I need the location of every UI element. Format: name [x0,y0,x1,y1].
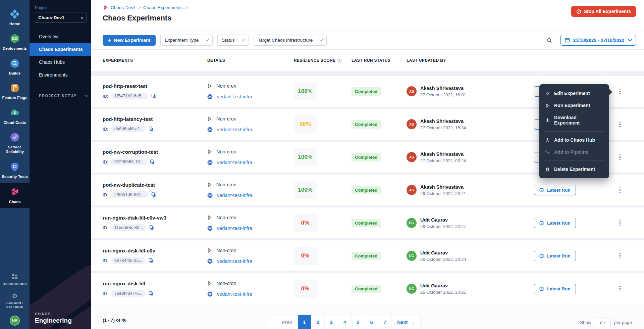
menu-item-delete-experiment[interactable]: Delete Experiment [539,163,609,175]
sidebar-item-chaos-hubs[interactable]: Chaos Hubs [30,56,91,68]
table-row[interactable]: run-nginx-disk-fill-c0v ID: 93784f05-35.… [91,240,644,271]
experiment-type-filter[interactable]: Experiment Type [160,35,213,46]
next-page-button[interactable]: Next → [392,315,420,329]
module-rail: Home Deployments Builds Feature Flags $ … [0,0,30,329]
col-header-last-run-status: LAST RUN STATUS [352,58,407,63]
copy-icon[interactable] [148,258,154,263]
page-number-button[interactable]: 7 [378,315,392,329]
id-label: ID: [103,159,108,164]
page-number-button[interactable]: 1 [298,315,311,329]
search-button[interactable] [544,35,555,46]
user-avatar[interactable]: NM [10,316,20,326]
rail-item-home[interactable]: Home [0,5,30,30]
menu-item-download-experiment[interactable]: Download Experiment [539,111,609,129]
row-menu-kebab-icon[interactable] [618,120,622,129]
infrastructure-link[interactable]: vedant-test-infra [217,127,252,132]
rail-item-cloud-costs[interactable]: $ Cloud Costs [0,104,30,129]
user-name: Akash Shrivastava [420,86,466,91]
arrow-left-icon: ← [274,320,279,325]
rail-item-feature-flags[interactable]: Feature Flags [0,79,30,104]
expand-project-icon[interactable]: » [80,15,83,20]
copy-icon[interactable] [148,126,154,132]
page-number-button[interactable]: 6 [365,315,378,329]
status-filter[interactable]: Status [217,35,249,46]
sidebar-item-chaos-experiments[interactable]: Chaos Experiments [30,43,91,56]
latest-run-button[interactable]: Latest Run [534,251,576,261]
row-menu-kebab-icon[interactable] [618,87,622,96]
infrastructure-link[interactable]: vedant-test-infra [217,258,252,264]
experiment-name-link[interactable]: pod-http-latency-test [103,116,207,122]
rail-item-account-settings[interactable]: ⚙ ACCOUNT SETTINGS [3,289,26,312]
target-infrastructure-filter[interactable]: Target Chaos Infrastructure [254,35,327,46]
experiment-name-link[interactable]: pod-nw-duplicate-test [103,182,207,188]
copy-icon[interactable] [149,225,154,230]
page-number-button[interactable]: 4 [338,315,352,329]
row-menu-kebab-icon[interactable] [618,186,622,194]
rail-item-security-tests[interactable]: Security Tests [0,158,30,183]
date-range-picker[interactable]: 21/10/2022 - 27/10/2022 [560,35,636,46]
id-label: ID: [103,127,108,132]
table-row[interactable]: pod-nw-duplicate-test ID: f26651d9-681..… [91,175,644,205]
row-menu-kebab-icon[interactable] [618,219,622,227]
rail-item-dashboards[interactable]: DASHBOARDS [2,270,28,289]
schedule-type: Non-cron [216,149,236,154]
prev-page-button[interactable]: ← Prev [269,315,298,329]
avatar: AS [407,119,417,129]
updated-timestamp: 26 October 2022, 23:21 [420,191,466,196]
table-row[interactable]: run-nginx-disk-fill-c0v-vw3 ID: 11bda88c… [91,207,644,238]
sidebar-item-overview[interactable]: Overview [30,30,91,43]
page-number-button[interactable]: 2 [311,315,325,329]
menu-item-add-to-chaos-hub[interactable]: Add to Chaos Hub [539,134,609,146]
copy-icon[interactable] [151,192,156,197]
menu-item-add-to-pipeline[interactable]: Add to Pipeline [539,146,609,158]
user-name: Udit Gaurav [420,283,466,288]
infrastructure-link[interactable]: vedant-test-infra [217,160,252,165]
menu-item-edit-experiment[interactable]: Edit Experiment [539,87,609,99]
table-row[interactable]: run-nginx-disk-fill ID: 76e8f434-76... N… [91,273,644,304]
copy-icon[interactable] [148,291,154,296]
new-experiment-button[interactable]: + New Experiment [103,35,156,46]
menu-item-run-experiment[interactable]: Run Experiment [539,99,609,111]
chevron-down-icon [320,38,323,41]
project-setup-toggle[interactable]: PROJECT SETUP [30,94,91,98]
project-selector[interactable]: Chaos-Dev1 » [35,12,87,23]
breadcrumb: Chaos-Dev1 > Chaos Experiments > [103,5,636,10]
infrastructure-link[interactable]: vedant-test-infra [217,291,252,297]
row-menu-kebab-icon[interactable] [618,285,622,293]
row-menu-kebab-icon[interactable] [618,153,622,161]
brand-engineering-label: Engineering [35,317,72,324]
rail-item-chaos[interactable]: Chaos [0,183,30,208]
copy-icon[interactable] [151,93,156,99]
page-number-button[interactable]: 3 [325,315,338,329]
info-icon[interactable] [337,58,342,63]
latest-run-icon [539,221,544,226]
latest-run-button[interactable]: Latest Run [534,185,576,195]
breadcrumb-project-link[interactable]: Chaos-Dev1 [111,5,136,10]
rail-item-deployments[interactable]: Deployments [0,30,30,54]
sidebar-item-environments[interactable]: Environments [30,68,91,81]
stop-all-experiments-button[interactable]: Stop All Experiments [571,6,636,17]
status-badge: Completed [352,120,381,129]
experiment-name-link[interactable]: run-nginx-disk-fill-c0v-vw3 [103,215,207,221]
page-size-select[interactable]: 7 [595,318,611,327]
schedule-type: Non-cron [216,248,236,253]
experiment-name-link[interactable]: pod-nw-corruption-test [103,149,207,155]
status-badge: Completed [352,87,381,96]
chevron-down-icon [206,38,209,41]
experiment-name-link[interactable]: run-nginx-disk-fill-c0v [103,248,207,253]
schedule-type: Non-cron [216,83,236,89]
experiment-name-link[interactable]: pod-http-reset-test [103,83,207,89]
copy-icon[interactable] [150,159,155,164]
rail-item-service-reliability[interactable]: Service Reliability [0,129,30,158]
infrastructure-link[interactable]: vedant-test-infra [217,193,252,198]
latest-run-button[interactable]: Latest Run [534,218,576,228]
experiment-name-link[interactable]: run-nginx-disk-fill [103,281,207,286]
infrastructure-link[interactable]: vedant-test-infra [217,94,252,99]
row-menu-kebab-icon[interactable] [618,252,622,260]
latest-run-button[interactable]: Latest Run [534,284,576,294]
infrastructure-link[interactable]: vedant-test-infra [217,226,252,231]
breadcrumb-page-link[interactable]: Chaos Experiments [143,5,183,10]
rail-item-builds[interactable]: Builds [0,55,30,79]
pipeline-icon [545,150,550,155]
page-number-button[interactable]: 5 [352,315,365,329]
